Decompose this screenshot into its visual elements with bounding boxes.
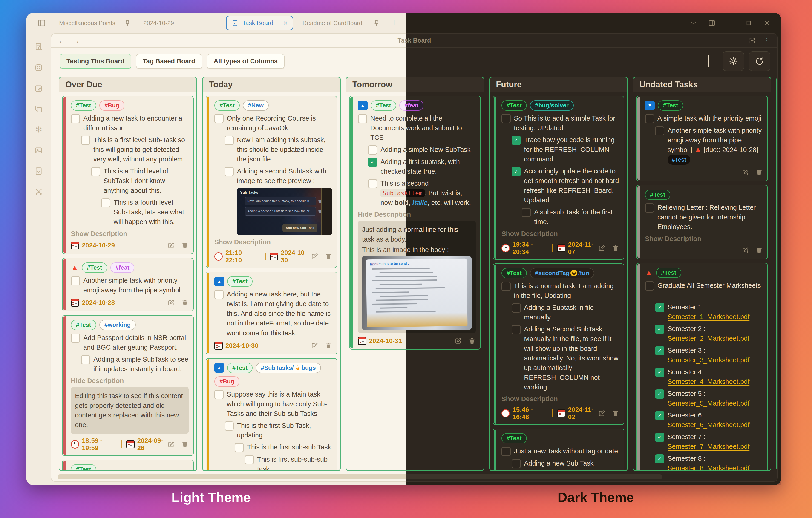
- maximize-button[interactable]: [745, 19, 752, 27]
- file-link[interactable]: Semester_3_Marksheet.pdf: [668, 356, 749, 364]
- file-link[interactable]: Semester_8_Marksheet.pdf: [668, 464, 749, 470]
- file-check-icon[interactable]: [34, 167, 43, 175]
- file-link[interactable]: Semester_2_Marksheet.pdf: [668, 335, 749, 342]
- board-settings-button[interactable]: [723, 51, 744, 71]
- task-card[interactable]: #Test#NewOnly one Recording Course is re…: [206, 96, 337, 268]
- card-delete-button[interactable]: [755, 247, 763, 254]
- task-checkbox[interactable]: [71, 334, 80, 343]
- calendar-edit-icon[interactable]: [34, 84, 43, 93]
- pin-icon[interactable]: [373, 20, 380, 26]
- task-checkbox[interactable]: ✓: [368, 157, 377, 167]
- task-checkbox[interactable]: [368, 145, 377, 154]
- task-checkbox[interactable]: [245, 455, 254, 464]
- task-checkbox[interactable]: ✓: [655, 433, 664, 442]
- task-card[interactable]: ▼#TestA simple task with the priority em…: [636, 96, 768, 181]
- task-checkbox[interactable]: [91, 167, 100, 176]
- task-checkbox[interactable]: ✓: [655, 324, 664, 334]
- back-button[interactable]: ←: [58, 36, 65, 45]
- task-checkbox[interactable]: ✓: [512, 167, 521, 176]
- task-checkbox[interactable]: [655, 126, 664, 136]
- task-card[interactable]: ▲#TestGraduate All Semester Marksheets :…: [636, 263, 768, 470]
- task-checkbox[interactable]: [645, 203, 654, 212]
- card-delete-button[interactable]: [612, 410, 619, 417]
- task-checkbox[interactable]: [358, 114, 367, 123]
- card-edit-button[interactable]: [742, 247, 749, 254]
- more-options-icon[interactable]: ⋮: [763, 37, 771, 44]
- task-card[interactable]: #Test#BugAdding a new task to encounter …: [62, 96, 194, 254]
- card-edit-button[interactable]: [742, 169, 749, 176]
- card-delete-button[interactable]: [468, 337, 476, 345]
- asterisk-icon[interactable]: ✻: [34, 125, 43, 134]
- task-checkbox[interactable]: [214, 290, 224, 299]
- task-card[interactable]: #TestJust a new Task without tag or date…: [493, 429, 624, 470]
- task-checkbox[interactable]: [512, 459, 521, 468]
- card-delete-button[interactable]: [325, 253, 332, 260]
- task-checkbox[interactable]: [645, 281, 654, 290]
- description-toggle[interactable]: Hide Description: [71, 377, 188, 384]
- file-link[interactable]: Semester_6_Marksheet.pdf: [668, 421, 749, 429]
- board-tab-all-types-of-columns[interactable]: All types of Columns: [207, 54, 285, 68]
- tab-2024-10-29[interactable]: 2024-10-29: [143, 20, 174, 27]
- task-checkbox[interactable]: [214, 114, 224, 123]
- card-edit-button[interactable]: [311, 342, 318, 349]
- task-card[interactable]: #Test#workingAdd Passport details in NSR…: [62, 315, 194, 456]
- description-toggle[interactable]: Show Description: [645, 235, 763, 243]
- task-checkbox[interactable]: [214, 390, 224, 399]
- task-checkbox[interactable]: [101, 198, 110, 207]
- expand-icon[interactable]: [749, 37, 756, 44]
- crossed-swords-icon[interactable]: [34, 188, 43, 196]
- description-toggle[interactable]: Show Description: [71, 230, 188, 238]
- task-card[interactable]: #TestAdding a simple task to see if now …: [62, 460, 194, 470]
- task-checkbox[interactable]: ✓: [655, 368, 664, 377]
- task-checkbox[interactable]: [71, 276, 80, 285]
- card-delete-button[interactable]: [755, 169, 763, 176]
- task-checkbox[interactable]: [501, 114, 511, 123]
- description-toggle[interactable]: Show Description: [214, 238, 332, 246]
- task-checkbox[interactable]: [512, 325, 521, 334]
- task-checkbox[interactable]: [501, 447, 511, 456]
- task-checkbox[interactable]: [71, 114, 80, 123]
- board-refresh-button[interactable]: [749, 51, 771, 71]
- task-checkbox[interactable]: ✓: [512, 136, 521, 145]
- card-edit-button[interactable]: [168, 242, 175, 249]
- card-delete-button[interactable]: [181, 242, 188, 249]
- image-icon[interactable]: [34, 146, 43, 155]
- task-checkbox[interactable]: [512, 304, 521, 313]
- task-checkbox[interactable]: [235, 443, 244, 452]
- task-checkbox[interactable]: ✓: [655, 303, 664, 312]
- board-tab-testing-this-board[interactable]: Testing This Board: [60, 54, 132, 68]
- task-checkbox[interactable]: ✓: [655, 390, 664, 399]
- card-delete-button[interactable]: [325, 342, 332, 349]
- pin-icon[interactable]: [124, 20, 131, 26]
- card-edit-button[interactable]: [598, 410, 605, 417]
- task-checkbox[interactable]: ✓: [655, 346, 664, 355]
- card-edit-button[interactable]: [455, 337, 462, 345]
- tab-task-board[interactable]: Task Board ×: [226, 16, 293, 30]
- dice-icon[interactable]: [34, 63, 43, 72]
- file-link[interactable]: Semester_4_Marksheet.pdf: [668, 378, 749, 385]
- copy-icon[interactable]: [34, 105, 43, 113]
- card-edit-button[interactable]: [598, 244, 605, 252]
- tab-miscellaneous-points[interactable]: Miscellaneous Points: [59, 20, 115, 27]
- task-checkbox[interactable]: [368, 179, 377, 189]
- close-tab-icon[interactable]: ×: [283, 19, 288, 27]
- task-checkbox[interactable]: [81, 136, 90, 145]
- board-tab-tag-based-board[interactable]: Tag Based Board: [136, 54, 202, 68]
- card-delete-button[interactable]: [181, 441, 188, 448]
- task-card[interactable]: ▲#Test#featAnother simple task with prio…: [62, 258, 194, 312]
- chevron-down-icon[interactable]: [690, 19, 697, 27]
- description-toggle[interactable]: Show Description: [501, 395, 619, 403]
- task-checkbox[interactable]: [522, 208, 531, 217]
- task-checkbox[interactable]: [225, 167, 234, 176]
- task-card[interactable]: ▲#TestAdding a new task here, but the tw…: [206, 272, 337, 354]
- task-checkbox[interactable]: [225, 136, 234, 145]
- new-tab-button[interactable]: +: [391, 18, 397, 28]
- card-delete-button[interactable]: [612, 244, 619, 252]
- file-search-icon[interactable]: [34, 42, 43, 51]
- file-link[interactable]: Semester_1_Marksheet.pdf: [668, 313, 749, 320]
- close-window-button[interactable]: [763, 19, 771, 27]
- card-edit-button[interactable]: [311, 253, 318, 260]
- task-card[interactable]: #Test#bug/solverSo This is to add a simp…: [493, 96, 624, 260]
- forward-button[interactable]: →: [72, 36, 80, 45]
- task-card[interactable]: #TestRelieving Letter : Relieving Letter…: [636, 185, 768, 259]
